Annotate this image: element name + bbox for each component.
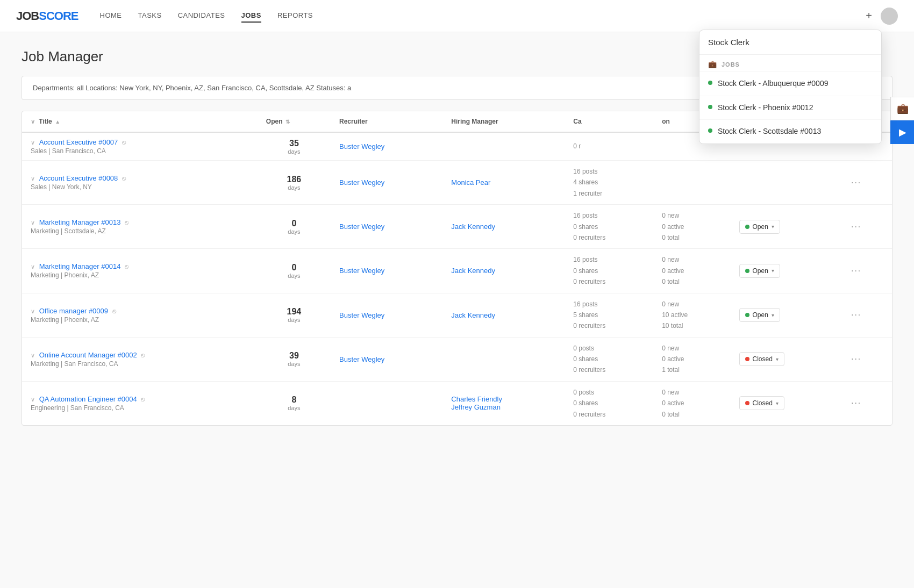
recruiter-link[interactable]: Buster Wegley: [339, 142, 384, 150]
expand-icon: ∨: [31, 118, 35, 125]
job-share-icon[interactable]: ⎋: [141, 352, 145, 359]
job-subtitle: Marketing | Scottsdale, AZ: [31, 227, 249, 235]
status-pill-open[interactable]: Open ▾: [739, 220, 780, 234]
open-days-cell: 35 days: [258, 132, 331, 161]
table-row: ∨ Marketing Manager #0014 ⎋ Marketing | …: [22, 249, 892, 293]
more-button[interactable]: ···: [851, 266, 861, 275]
hiring-manager-link[interactable]: Jack Kennedy: [451, 311, 495, 319]
nav-home[interactable]: HOME: [100, 9, 122, 23]
row-expand-icon[interactable]: ∨: [31, 139, 35, 146]
dropdown-section-label: 💼 JOBS: [699, 55, 881, 71]
recruiter-link[interactable]: Buster Wegley: [339, 178, 384, 187]
job-share-icon[interactable]: ⎋: [141, 396, 145, 403]
hiring-manager-cell: [442, 132, 565, 161]
job-share-icon[interactable]: ⎋: [122, 139, 126, 146]
dropdown-item-2[interactable]: Stock Clerk - Phoenix #0012: [699, 96, 881, 120]
job-share-icon[interactable]: ⎋: [122, 175, 126, 182]
stats-cell-posts: 0 r: [565, 132, 653, 161]
recruiter-link[interactable]: Buster Wegley: [339, 223, 384, 231]
job-title-link[interactable]: Account Executive #0007: [39, 138, 118, 146]
table-row: ∨ Account Executive #0008 ⎋ Sales | New …: [22, 161, 892, 205]
job-share-icon[interactable]: ⎋: [125, 219, 128, 226]
job-title-link[interactable]: QA Automation Engineer #0004: [39, 395, 137, 403]
table-body: ∨ Account Executive #0007 ⎋ Sales | San …: [22, 132, 892, 425]
more-button[interactable]: ···: [851, 398, 861, 407]
more-button[interactable]: ···: [851, 354, 861, 363]
search-input-display[interactable]: Stock Clerk: [699, 30, 881, 55]
more-button[interactable]: ···: [851, 310, 861, 319]
dropdown-item-text-2: Stock Clerk - Phoenix #0012: [718, 103, 813, 113]
days-label: days: [266, 361, 322, 367]
dropdown-item-3[interactable]: Stock Clerk - Scottsdale #0013: [699, 119, 881, 144]
more-cell: ···: [842, 293, 892, 337]
job-title-link[interactable]: Marketing Manager #0013: [39, 218, 121, 226]
status-dot-green: [745, 269, 749, 273]
briefcase-icon: 💼: [708, 60, 717, 68]
more-cell: ···: [842, 161, 892, 205]
nav-right: +: [866, 8, 898, 25]
stats-cell-posts: 16 posts5 shares0 recruiters: [565, 293, 653, 337]
job-subtitle: Sales | New York, NY: [31, 183, 249, 191]
nav-reports[interactable]: REPORTS: [277, 9, 313, 23]
recruiter-cell: Buster Wegley: [331, 293, 442, 337]
hiring-manager-link[interactable]: Jack Kennedy: [451, 223, 495, 231]
avatar[interactable]: [881, 8, 898, 25]
dropdown-item-1[interactable]: Stock Clerk - Albuquerque #0009: [699, 71, 881, 96]
days-label: days: [266, 317, 322, 323]
chevron-down-icon: ▾: [776, 356, 779, 362]
hiring-manager-link-2[interactable]: Jeffrey Guzman: [451, 403, 501, 411]
hiring-manager-link-1[interactable]: Charles Friendly: [451, 395, 502, 403]
job-subtitle: Sales | San Francisco, CA: [31, 147, 249, 155]
dropdown-item-text-3: Stock Clerk - Scottsdale #0013: [718, 126, 821, 137]
side-briefcase-btn[interactable]: 💼: [890, 97, 914, 120]
more-cell: ···: [842, 205, 892, 249]
job-title-link[interactable]: Office manager #0009: [39, 307, 108, 315]
row-expand-icon[interactable]: ∨: [31, 308, 35, 314]
recruiter-link[interactable]: Buster Wegley: [339, 267, 384, 275]
job-title-cell: ∨ Marketing Manager #0014 ⎋ Marketing | …: [22, 249, 258, 293]
recruiter-link[interactable]: Buster Wegley: [339, 355, 384, 363]
nav-tasks[interactable]: TASKS: [138, 9, 162, 23]
nav-jobs[interactable]: JOBS: [241, 9, 261, 23]
status-cell: Open ▾: [731, 205, 842, 249]
more-button[interactable]: ···: [851, 222, 861, 231]
row-expand-icon[interactable]: ∨: [31, 396, 35, 403]
job-title-link[interactable]: Online Account Manager #0002: [39, 351, 137, 359]
table-row: ∨ QA Automation Engineer #0004 ⎋ Enginee…: [22, 381, 892, 425]
status-pill-open[interactable]: Open ▾: [739, 308, 780, 322]
open-days-cell: 8 days: [258, 381, 331, 425]
recruiter-link[interactable]: Buster Wegley: [339, 311, 384, 319]
job-table-wrapper: ∨ Title ▲ Open ⇅ Recruiter Hiring Manage…: [22, 111, 892, 426]
more-cell: ···: [842, 381, 892, 425]
status-pill-closed[interactable]: Closed ▾: [739, 396, 784, 410]
navbar: JOBSCORE HOME TASKS CANDIDATES JOBS REPO…: [0, 0, 914, 32]
nav-candidates[interactable]: CANDIDATES: [178, 9, 225, 23]
recruiter-cell: Buster Wegley: [331, 337, 442, 381]
row-expand-icon[interactable]: ∨: [31, 352, 35, 358]
stats-cell-posts: 0 posts0 shares0 recruiters: [565, 381, 653, 425]
hiring-manager-link[interactable]: Monica Pear: [451, 178, 490, 187]
job-title-link[interactable]: Marketing Manager #0014: [39, 262, 121, 270]
status-pill-open[interactable]: Open ▾: [739, 264, 780, 278]
side-blue-btn[interactable]: ▶: [890, 120, 914, 144]
more-button[interactable]: ···: [851, 178, 861, 187]
sort-icon[interactable]: ▲: [55, 119, 60, 125]
row-expand-icon[interactable]: ∨: [31, 219, 35, 226]
more-cell: ···: [842, 249, 892, 293]
status-pill-closed[interactable]: Closed ▾: [739, 352, 784, 366]
job-share-icon[interactable]: ⎋: [112, 307, 116, 315]
add-button[interactable]: +: [866, 10, 872, 22]
side-icons: 💼 ▶: [890, 97, 914, 144]
job-title-link[interactable]: Account Executive #0008: [39, 174, 118, 182]
stats-cell-posts: 16 posts4 shares1 recruiter: [565, 161, 653, 205]
open-sort-icon[interactable]: ⇅: [285, 119, 290, 125]
row-expand-icon[interactable]: ∨: [31, 175, 35, 182]
row-expand-icon[interactable]: ∨: [31, 263, 35, 270]
hiring-manager-link[interactable]: Jack Kennedy: [451, 267, 495, 275]
status-dot-red: [745, 357, 749, 361]
job-subtitle: Marketing | Phoenix, AZ: [31, 316, 249, 324]
logo-job: JOB: [16, 9, 39, 23]
job-share-icon[interactable]: ⎋: [125, 263, 128, 270]
search-dropdown: Stock Clerk 💼 JOBS Stock Clerk - Albuque…: [699, 30, 882, 144]
chevron-down-icon: ▾: [772, 312, 774, 318]
